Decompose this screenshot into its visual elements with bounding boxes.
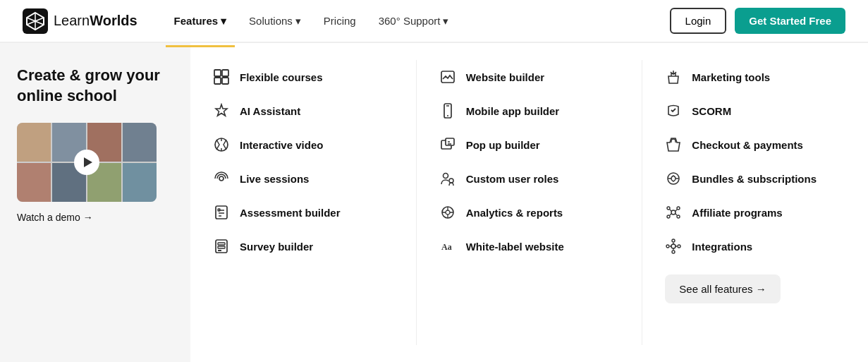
svg-point-19 [449, 179, 453, 183]
feature-popup-builder[interactable]: Pop up builder [434, 128, 625, 162]
svg-point-30 [672, 239, 675, 242]
logo-text: LearnWorlds [54, 13, 137, 29]
scorm-icon [665, 102, 682, 119]
custom-user-roles-label: Custom user roles [466, 173, 559, 185]
flexible-courses-icon [213, 68, 230, 85]
svg-point-25 [667, 207, 670, 210]
assessment-builder-icon [213, 204, 230, 221]
watch-demo-link[interactable]: Watch a demo → [17, 212, 173, 223]
svg-text:Aa: Aa [441, 242, 452, 252]
svg-point-32 [666, 245, 669, 248]
feature-marketing-tools[interactable]: Marketing tools [659, 60, 851, 94]
checkout-payments-label: Checkout & payments [692, 139, 803, 151]
svg-rect-2 [222, 70, 228, 76]
svg-point-15 [447, 115, 448, 116]
svg-point-28 [677, 215, 680, 218]
svg-point-29 [671, 244, 676, 248]
play-button[interactable] [74, 150, 99, 175]
nav-pricing[interactable]: Pricing [315, 9, 365, 32]
logo[interactable]: LearnWorlds [23, 8, 137, 34]
feature-custom-user-roles[interactable]: Custom user roles [434, 162, 625, 195]
sidebar: Create & grow youronline school Watch a … [0, 43, 190, 362]
white-label-label: White-label website [466, 241, 564, 253]
interactive-video-label: Interactive video [240, 139, 323, 151]
svg-point-18 [443, 174, 448, 179]
svg-rect-7 [216, 206, 227, 219]
popup-builder-label: Pop up builder [466, 139, 540, 151]
feature-col-2: Website builder Mobile app builder Pop u… [417, 60, 643, 345]
svg-point-27 [667, 215, 670, 218]
feature-ai-assistant[interactable]: AI Assistant [207, 94, 399, 128]
svg-point-21 [446, 210, 450, 215]
mobile-app-builder-icon [439, 102, 456, 119]
svg-point-26 [677, 207, 680, 210]
feature-integrations[interactable]: Integrations [659, 229, 851, 263]
chevron-icon: ▾ [443, 15, 448, 28]
feature-analytics-reports[interactable]: Analytics & reports [434, 195, 625, 229]
survey-builder-icon [213, 238, 230, 255]
svg-rect-13 [441, 71, 454, 83]
feature-scorm[interactable]: SCORM [659, 94, 851, 128]
svg-rect-11 [218, 246, 225, 248]
assessment-builder-label: Assessment builder [240, 207, 341, 219]
ai-assistant-icon [213, 102, 230, 119]
nav-support[interactable]: 360° Support ▾ [370, 9, 458, 33]
feature-mobile-app-builder[interactable]: Mobile app builder [434, 94, 625, 128]
feature-assessment-builder[interactable]: Assessment builder [207, 195, 399, 229]
marketing-tools-icon [665, 68, 682, 85]
svg-rect-10 [218, 243, 225, 245]
chevron-icon: ▾ [295, 15, 301, 28]
video-thumb [17, 163, 51, 202]
get-started-button[interactable]: Get Started Free [735, 8, 845, 34]
nav-links: Features ▾ Solutions ▾ Pricing 360° Supp… [166, 9, 458, 33]
scorm-label: SCORM [692, 105, 731, 117]
flexible-courses-label: Flexible courses [240, 71, 323, 83]
analytics-reports-label: Analytics & reports [466, 207, 563, 219]
logo-icon [23, 8, 48, 34]
feature-affiliate-programs[interactable]: Affiliate programs [659, 195, 851, 229]
affiliate-programs-label: Affiliate programs [692, 207, 782, 219]
white-label-icon: Aa [439, 238, 456, 255]
affiliate-programs-icon [665, 204, 682, 221]
sidebar-title: Create & grow youronline school [17, 66, 173, 106]
custom-user-roles-icon [439, 170, 456, 187]
login-button[interactable]: Login [670, 8, 727, 34]
svg-rect-3 [214, 78, 221, 84]
live-sessions-label: Live sessions [240, 173, 309, 185]
navbar-left: LearnWorlds Features ▾ Solutions ▾ Prici… [23, 8, 457, 34]
svg-point-31 [672, 251, 675, 253]
video-thumb [123, 163, 157, 202]
nav-solutions[interactable]: Solutions ▾ [240, 9, 310, 33]
feature-live-sessions[interactable]: Live sessions [207, 162, 399, 195]
nav-features[interactable]: Features ▾ [166, 9, 236, 33]
bundles-subscriptions-icon [665, 170, 682, 187]
ai-assistant-label: AI Assistant [240, 105, 300, 117]
feature-survey-builder[interactable]: Survey builder [207, 229, 399, 263]
sidebar-video[interactable] [17, 123, 157, 202]
feature-interactive-video[interactable]: Interactive video [207, 128, 399, 162]
see-all-features-button[interactable]: See all features → [665, 274, 780, 303]
feature-col-1: Flexible courses AI Assistant Interactiv… [190, 60, 417, 345]
feature-white-label[interactable]: Aa White-label website [434, 229, 625, 263]
website-builder-label: Website builder [466, 71, 544, 83]
video-thumb [123, 123, 157, 162]
video-thumb [17, 123, 51, 162]
feature-bundles-subscriptions[interactable]: Bundles & subscriptions [659, 162, 851, 195]
popup-builder-icon [439, 136, 456, 153]
feature-flexible-courses[interactable]: Flexible courses [207, 60, 399, 94]
live-sessions-icon [213, 170, 230, 187]
svg-rect-1 [214, 70, 221, 76]
checkout-payments-icon [665, 136, 682, 153]
marketing-tools-label: Marketing tools [692, 71, 770, 83]
bundles-subscriptions-label: Bundles & subscriptions [692, 173, 817, 185]
svg-point-6 [219, 176, 224, 181]
svg-point-24 [671, 210, 676, 215]
svg-rect-4 [222, 78, 228, 84]
feature-checkout-payments[interactable]: Checkout & payments [659, 128, 851, 162]
svg-rect-12 [218, 250, 221, 251]
features-dropdown: Create & grow youronline school Watch a … [0, 42, 868, 362]
feature-website-builder[interactable]: Website builder [434, 60, 625, 94]
chevron-icon: ▾ [221, 15, 226, 28]
navbar-right: Login Get Started Free [670, 8, 845, 34]
website-builder-icon [439, 68, 456, 85]
